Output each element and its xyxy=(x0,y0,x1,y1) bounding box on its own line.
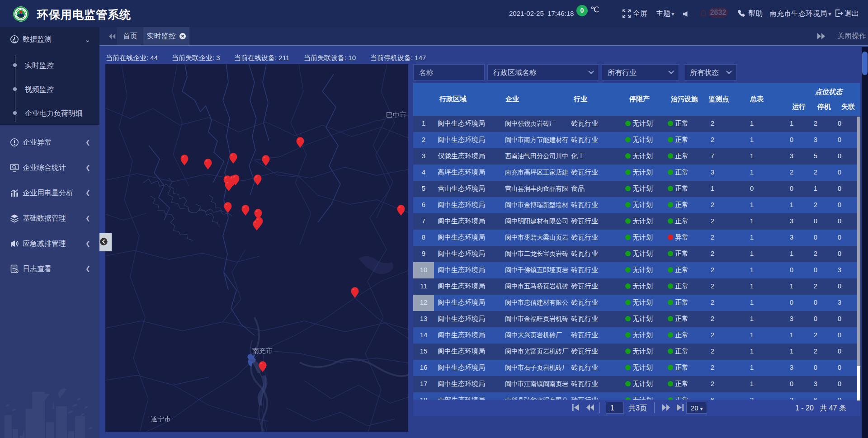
svg-text:南充市: 南充市 xyxy=(252,347,273,354)
svg-text:巴中市: 巴中市 xyxy=(386,111,406,118)
svg-text:遂宁市: 遂宁市 xyxy=(151,415,171,423)
